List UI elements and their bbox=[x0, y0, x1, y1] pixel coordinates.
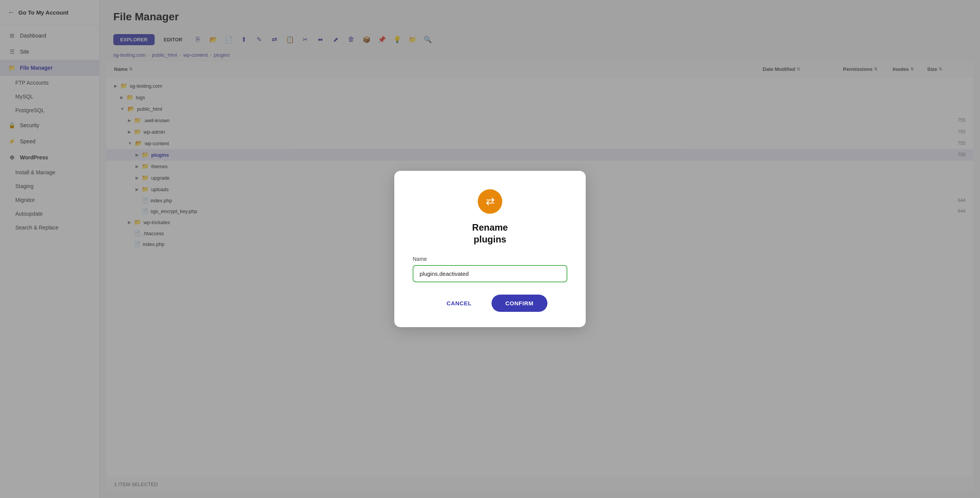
modal-title-line2: plugins bbox=[474, 234, 506, 244]
modal-icon-wrap: ⇄ bbox=[478, 189, 502, 214]
modal-overlay: ⇄ Rename plugins Name CANCEL CONFIRM bbox=[0, 0, 980, 498]
modal-actions: CANCEL CONFIRM bbox=[413, 295, 567, 312]
rename-modal: ⇄ Rename plugins Name CANCEL CONFIRM bbox=[394, 171, 586, 327]
cancel-button[interactable]: CANCEL bbox=[433, 295, 486, 312]
modal-field-label: Name bbox=[413, 256, 567, 262]
rename-input[interactable] bbox=[413, 265, 567, 282]
rename-icon: ⇄ bbox=[486, 195, 495, 208]
modal-title: Rename plugins bbox=[472, 221, 508, 245]
modal-title-line1: Rename bbox=[472, 222, 508, 233]
confirm-button[interactable]: CONFIRM bbox=[492, 295, 547, 312]
